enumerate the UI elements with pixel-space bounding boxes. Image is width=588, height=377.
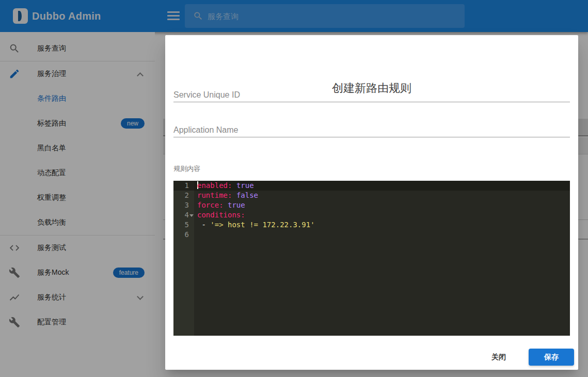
code-line xyxy=(194,230,570,240)
line-number: 2 xyxy=(173,191,194,200)
code-line: runtime:false xyxy=(194,191,570,200)
code-line: enabled:true xyxy=(194,181,570,191)
line-number: 5 xyxy=(173,220,194,230)
create-route-rule-dialog: 创建新路由规则 规则内容 1 2 3 4 5 6 enabled:true ru… xyxy=(165,35,578,370)
application-name-field[interactable] xyxy=(173,123,570,137)
line-number: 3 xyxy=(173,200,194,210)
line-number: 6 xyxy=(173,230,194,240)
service-unique-id-field[interactable] xyxy=(173,88,570,102)
rule-content-label: 规则内容 xyxy=(173,164,200,174)
fold-arrow-icon[interactable] xyxy=(189,214,194,217)
editor-code-area: enabled:true runtime:false force:true co… xyxy=(194,181,570,336)
code-line: conditions: xyxy=(194,210,570,220)
editor-gutter: 1 2 3 4 5 6 xyxy=(173,181,194,336)
code-line: - '=> host != 172.22.3.91' xyxy=(194,220,570,230)
save-button[interactable]: 保存 xyxy=(529,349,574,366)
line-number: 4 xyxy=(173,210,194,220)
code-line: force:true xyxy=(194,200,570,210)
yaml-code-editor[interactable]: 1 2 3 4 5 6 enabled:true runtime:false f… xyxy=(173,181,570,336)
line-number: 1 xyxy=(173,181,194,191)
close-button[interactable]: 关闭 xyxy=(483,349,514,366)
